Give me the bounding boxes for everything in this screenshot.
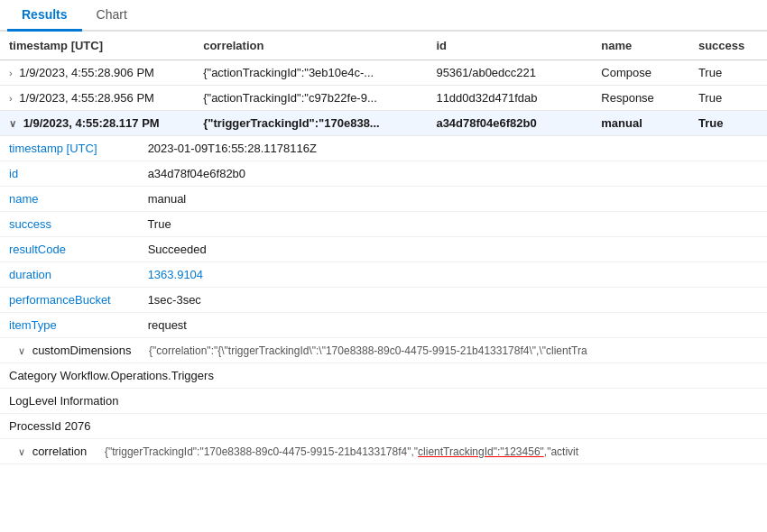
detail-key: duration xyxy=(9,268,144,281)
detail-value: 2023-01-09T16:55:28.1178116Z xyxy=(148,142,317,155)
col-header-name: name xyxy=(592,32,689,60)
table-row[interactable]: › 1/9/2023, 4:55:28.956 PM {"actionTrack… xyxy=(0,86,767,111)
cell-id: 95361/ab0edcc221 xyxy=(427,60,592,86)
cell-success: True xyxy=(689,111,767,136)
cell-timestamp: 1/9/2023, 4:55:28.117 PM xyxy=(23,116,160,130)
cell-correlation: {"actionTrackingId":"3eb10e4c-... xyxy=(194,60,427,86)
col-header-success: success xyxy=(689,32,767,60)
correlation-underline: clientTrackingId":"123456" xyxy=(418,445,544,458)
correlation-preview: {"triggerTrackingId":"170e8388-89c0-4475… xyxy=(105,445,578,458)
detail-key: name xyxy=(9,192,144,206)
detail-key: performanceBucket xyxy=(9,293,144,307)
table-row[interactable]: ∨ 1/9/2023, 4:55:28.117 PM {"triggerTrac… xyxy=(0,111,767,136)
col-header-correlation: correlation xyxy=(194,32,427,60)
custom-dim-detail-row: ProcessId 2076 xyxy=(0,414,767,439)
detail-value: request xyxy=(148,318,187,332)
cell-correlation: {"actionTrackingId":"c97b22fe-9... xyxy=(194,86,427,111)
detail-row: performanceBucket 1sec-3sec xyxy=(0,288,767,313)
cell-timestamp: 1/9/2023, 4:55:28.956 PM xyxy=(19,91,154,105)
col-header-timestamp: timestamp [UTC] xyxy=(0,32,194,60)
custom-dim-sub-value: Information xyxy=(60,394,118,408)
cell-success: True xyxy=(689,86,767,111)
correlation-key: correlation xyxy=(32,445,88,458)
detail-key: timestamp [UTC] xyxy=(9,142,144,155)
detail-row: id a34d78f04e6f82b0 xyxy=(0,161,767,187)
detail-row: success True xyxy=(0,212,767,237)
detail-row: name manual xyxy=(0,187,767,212)
table-header-row: timestamp [UTC] correlation id name succ… xyxy=(0,32,767,60)
col-header-id: id xyxy=(427,32,592,60)
correlation-row[interactable]: ∨ correlation {"triggerTrackingId":"170e… xyxy=(0,439,767,464)
results-table: timestamp [UTC] correlation id name succ… xyxy=(0,32,767,464)
detail-row: resultCode Succeeded xyxy=(0,237,767,262)
cell-id: 11dd0d32d471fdab xyxy=(427,86,592,111)
cell-name: manual xyxy=(592,111,689,136)
custom-dim-sub-key: ProcessId xyxy=(9,419,61,433)
cell-name: Compose xyxy=(592,60,689,86)
cell-success: True xyxy=(689,60,767,86)
detail-value: 1sec-3sec xyxy=(148,293,201,307)
custom-dim-sub-value: 2076 xyxy=(64,419,90,433)
cell-name: Response xyxy=(592,86,689,111)
custom-dim-detail-row: LogLevel Information xyxy=(0,389,767,414)
custom-dim-key: customDimensions xyxy=(32,344,132,357)
detail-row: duration 1363.9104 xyxy=(0,262,767,288)
custom-dim-sub-value: Workflow.Operations.Triggers xyxy=(60,369,214,382)
tab-chart[interactable]: Chart xyxy=(82,0,142,32)
detail-value: manual xyxy=(148,192,187,206)
detail-row: timestamp [UTC] 2023-01-09T16:55:28.1178… xyxy=(0,136,767,161)
row-expander[interactable]: ∨ xyxy=(9,118,20,129)
row-expander[interactable]: › xyxy=(9,68,16,78)
row-expander[interactable]: › xyxy=(9,93,16,104)
custom-dim-detail-row: Category Workflow.Operations.Triggers xyxy=(0,363,767,389)
detail-key: itemType xyxy=(9,318,144,332)
custom-dim-expander[interactable]: ∨ xyxy=(9,345,29,356)
detail-key: id xyxy=(9,167,144,180)
custom-dimensions-row[interactable]: ∨ customDimensions {"correlation":"{\"tr… xyxy=(0,338,767,363)
cell-correlation: {"triggerTrackingId":"170e838... xyxy=(194,111,427,136)
cell-timestamp: 1/9/2023, 4:55:28.906 PM xyxy=(19,66,154,79)
app-container: Results Chart timestamp [UTC] correlatio… xyxy=(0,0,767,464)
custom-dim-sub-key: Category xyxy=(9,369,57,382)
detail-value: a34d78f04e6f82b0 xyxy=(148,167,245,180)
detail-value: True xyxy=(147,217,171,231)
table-row[interactable]: › 1/9/2023, 4:55:28.906 PM {"actionTrack… xyxy=(0,60,767,86)
tab-results[interactable]: Results xyxy=(7,0,82,32)
cell-id: a34d78f04e6f82b0 xyxy=(427,111,592,136)
custom-dim-sub-key: LogLevel xyxy=(9,394,57,408)
detail-value: Succeeded xyxy=(148,243,207,256)
detail-key: success xyxy=(9,217,144,231)
correlation-expander[interactable]: ∨ xyxy=(9,446,29,457)
detail-row: itemType request xyxy=(0,313,767,338)
tab-bar: Results Chart xyxy=(0,0,767,32)
results-table-wrap: timestamp [UTC] correlation id name succ… xyxy=(0,32,767,464)
detail-value: 1363.9104 xyxy=(148,268,203,281)
detail-key: resultCode xyxy=(9,243,144,256)
custom-dim-preview: {"correlation":"{\"triggerTrackingId\":\… xyxy=(149,344,587,357)
